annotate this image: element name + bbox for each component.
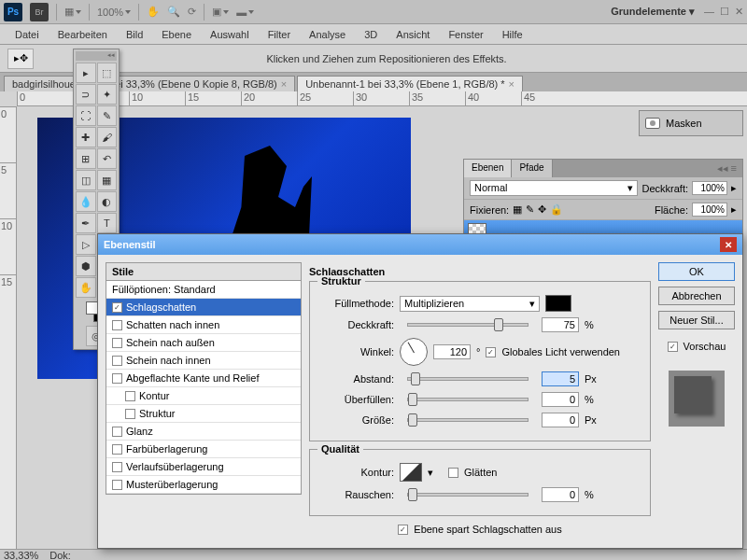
menu-bild[interactable]: Bild [119, 27, 150, 42]
opacity-slider[interactable] [407, 323, 529, 327]
menu-3d[interactable]: 3D [357, 27, 385, 42]
gradient-tool[interactable]: ▦ [97, 170, 118, 190]
masks-panel[interactable]: Masken [639, 110, 743, 136]
opacity-input[interactable]: 100% [692, 181, 727, 195]
size-input[interactable]: 0 [542, 413, 579, 427]
type-tool[interactable]: T [97, 213, 118, 233]
history-brush-tool[interactable]: ↶ [97, 148, 118, 169]
checkbox[interactable] [125, 409, 135, 419]
list-item[interactable]: Verlaufsüberlagerung [106, 458, 301, 476]
lock-all-icon[interactable]: 🔒 [550, 203, 563, 216]
workspace-dropdown[interactable]: Grundelemente ▾ [611, 6, 695, 18]
noise-input[interactable]: 0 [542, 487, 579, 502]
list-item[interactable]: Struktur [106, 405, 301, 423]
blur-tool[interactable]: 💧 [76, 191, 96, 212]
ok-button[interactable]: OK [658, 262, 735, 281]
checkbox[interactable]: ✓ [668, 342, 678, 352]
close-icon[interactable]: × [281, 78, 287, 90]
tab-2[interactable]: Unbenannt-1 bei 33,3% (Ebene 1, RGB/8) *… [297, 76, 523, 91]
contour-picker[interactable] [400, 463, 422, 482]
menu-ebene[interactable]: Ebene [154, 27, 199, 42]
hand-icon[interactable]: ✋ [147, 6, 160, 18]
path-tool[interactable]: ▷ [76, 234, 96, 255]
menu-auswahl[interactable]: Auswahl [203, 27, 257, 42]
checkbox[interactable] [112, 427, 122, 437]
rotate-icon[interactable]: ⟳ [188, 6, 196, 18]
menu-datei[interactable]: Datei [7, 27, 47, 42]
3d-tool[interactable]: ⬢ [76, 256, 96, 276]
menu-hilfe[interactable]: Hilfe [495, 27, 530, 42]
list-item[interactable]: ✓Schlagschatten [106, 299, 301, 316]
checkbox[interactable] [112, 373, 122, 384]
list-item[interactable]: Abgeflachte Kante und Relief [106, 370, 301, 387]
chevron-icon[interactable]: ▸ [731, 203, 737, 216]
list-item[interactable]: Schein nach innen [106, 352, 301, 370]
lock-brush-icon[interactable]: ✎ [526, 203, 534, 216]
list-item[interactable]: Musterüberlagerung [106, 476, 301, 494]
stamp-tool[interactable]: ⊞ [76, 148, 96, 169]
move-tool[interactable]: ▸ [76, 63, 96, 83]
distance-slider[interactable] [407, 377, 529, 381]
ruler-v[interactable]: 051015 [0, 106, 17, 549]
chevron-icon[interactable]: ▸ [731, 182, 737, 194]
list-item[interactable]: Schein nach außen [106, 334, 301, 352]
tab-1[interactable]: badgirlsilhouette.psd bei 33,3% (Ebene 0… [4, 76, 295, 91]
marquee-tool[interactable]: ⬚ [97, 63, 118, 83]
move-tool-options[interactable]: ▸✥ [7, 49, 34, 69]
checkbox[interactable]: ✓ [112, 302, 122, 313]
angle-input[interactable]: 120 [433, 344, 471, 359]
checkbox[interactable] [125, 391, 135, 401]
menu-filter[interactable]: Filter [261, 27, 298, 42]
close-icon[interactable]: ✕ [735, 6, 743, 18]
checkbox[interactable] [112, 320, 122, 330]
close-icon[interactable]: × [509, 78, 514, 90]
list-item[interactable]: Farbüberlagerung [106, 441, 301, 458]
ruler-h[interactable]: 051015202530354045 [17, 91, 747, 106]
tab-ebenen[interactable]: Ebenen [464, 160, 512, 177]
eraser-tool[interactable]: ◫ [76, 170, 96, 190]
noise-slider[interactable] [407, 493, 529, 497]
angle-dial[interactable] [400, 338, 428, 366]
size-slider[interactable] [407, 418, 529, 422]
close-icon[interactable]: ✕ [720, 237, 737, 252]
tab-pfade[interactable]: Pfade [512, 160, 552, 177]
opacity-input[interactable]: 75 [542, 317, 579, 332]
checkbox[interactable] [112, 480, 122, 490]
list-item[interactable]: Kontur [106, 387, 301, 405]
checkbox[interactable]: ✓ [398, 525, 408, 535]
menu-analyse[interactable]: Analyse [302, 27, 353, 42]
checkbox[interactable] [112, 444, 122, 455]
panel-menu-icon[interactable]: ◂◂ ≡ [712, 160, 742, 177]
dodge-tool[interactable]: ◐ [97, 191, 118, 212]
blend-mode-select[interactable]: Normal▾ [470, 180, 638, 196]
checkbox[interactable]: ✓ [486, 347, 496, 357]
menu-fenster[interactable]: Fenster [441, 27, 490, 42]
bridge-icon[interactable]: Br [30, 3, 49, 21]
pen-tool[interactable]: ✒ [76, 213, 96, 233]
heal-tool[interactable]: ✚ [76, 127, 96, 147]
dialog-titlebar[interactable]: Ebenenstil ✕ [98, 234, 742, 255]
blend-select[interactable]: Multiplizieren▾ [400, 296, 540, 312]
checkbox[interactable] [112, 462, 122, 472]
checkbox[interactable] [112, 338, 122, 348]
lock-pixels-icon[interactable]: ▦ [513, 203, 522, 216]
menu-ansicht[interactable]: Ansicht [388, 27, 437, 42]
zoom-dropdown[interactable]: 100% [97, 7, 131, 18]
new-style-button[interactable]: Neuer Stil... [658, 311, 735, 329]
eyedropper-tool[interactable]: ✎ [97, 105, 118, 126]
zoom-icon[interactable]: 🔍 [167, 6, 180, 18]
stile-header[interactable]: Stile [106, 262, 302, 281]
menu-bearbeiten[interactable]: Bearbeiten [50, 27, 115, 42]
list-item[interactable]: Glanz [106, 423, 301, 441]
maximize-icon[interactable]: ☐ [720, 6, 729, 18]
list-item[interactable]: Schatten nach innen [106, 316, 301, 334]
status-zoom[interactable]: 33,33% [4, 550, 38, 561]
color-swatch[interactable] [545, 295, 571, 312]
minimize-icon[interactable]: — [704, 6, 714, 18]
cancel-button[interactable]: Abbrechen [658, 287, 735, 305]
checkbox[interactable] [112, 356, 122, 366]
fill-input[interactable]: 100% [692, 203, 727, 217]
checkbox[interactable] [448, 468, 458, 478]
spread-slider[interactable] [407, 398, 529, 401]
list-item[interactable]: Füllöptionen: Standard [106, 281, 301, 299]
